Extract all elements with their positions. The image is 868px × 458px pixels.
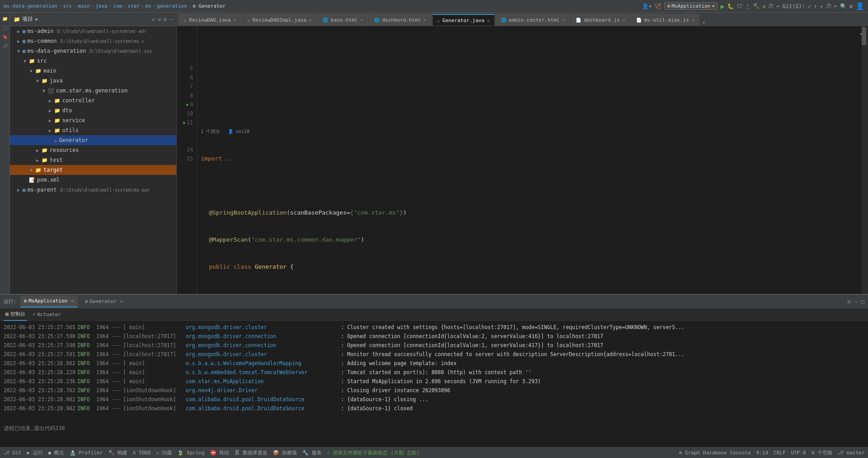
status-run[interactable]: ▶ 运行 [27, 449, 43, 456]
tree-item-controller[interactable]: ▶ 📁 controller [10, 96, 176, 105]
settings-icon[interactable]: ⚙ [850, 3, 853, 9]
status-breakpoint[interactable]: ● 断点 [48, 449, 64, 456]
tab-review-dao[interactable]: ☕ ReviewDAO.java ✕ [179, 14, 241, 26]
tree-item-resources[interactable]: ▶ 📁 resources [10, 145, 176, 155]
maximize-bottom-icon[interactable]: □ [861, 298, 864, 305]
console-output[interactable]: 2022-06-03 23:25:27.565 INFO 1964 --- [ … [0, 321, 868, 447]
breadcrumb-com[interactable]: com [113, 3, 122, 9]
git-update[interactable]: ↑ [814, 3, 817, 9]
status-terminate[interactable]: ⛔ 终结 [210, 449, 230, 456]
tab-review-dao-impl[interactable]: ☕ ReviewDAOImpl.java ✕ [242, 14, 317, 26]
code-editor[interactable]: 1 个用法 👤 uni10 import ... @SpringBootAppl… [197, 26, 862, 294]
more-tabs-icon[interactable]: ▾ [702, 19, 705, 26]
tree-item-ms-admin[interactable]: ▶ ▦ ms-admin D:\Study\6\web\mall-system\… [10, 26, 176, 36]
tree-item-main[interactable]: ▼ 📁 main [10, 66, 176, 76]
breadcrumb-main[interactable]: main [78, 3, 90, 9]
collapse-icon[interactable]: ≡ [157, 16, 161, 23]
tree-item-dto[interactable]: ▶ 📁 dto [10, 105, 176, 115]
status-spring[interactable]: 🍃 Spring [177, 450, 204, 456]
breadcrumb-ms[interactable]: ms [145, 3, 151, 9]
status-services[interactable]: 🔧 服务 [302, 449, 322, 456]
sidebar-vcs-icon[interactable]: ⎇ [1, 41, 9, 50]
user-avatar[interactable]: 👤 [855, 2, 864, 10]
tree-item-ms-common[interactable]: ▶ ▦ ms-common D:\Study\6\web\mall-system… [10, 36, 176, 46]
status-issues[interactable]: ⚠ 问题 [156, 449, 172, 456]
sidebar-project-icon[interactable]: 📁 [1, 14, 9, 23]
tree-item-package[interactable]: ▼ ⬛ com.star.ms.generation [10, 86, 176, 96]
breadcrumb-java[interactable]: java [95, 3, 107, 9]
tab-generator-run[interactable]: ⚙ Generator ✕ [81, 296, 127, 307]
profile-icon[interactable]: 👤▾ [642, 3, 652, 9]
tab-dashboard-js[interactable]: 📄 dashboard.js ✕ [571, 14, 630, 26]
close-ms-app[interactable]: ✕ [71, 298, 74, 304]
tab-admin-center[interactable]: 🌐 admin-center.html ✕ [496, 14, 570, 26]
tree-settings-icon[interactable]: ⚙ [164, 16, 167, 23]
search-icon[interactable]: 🔍 [840, 3, 847, 9]
build-button[interactable]: 🔨 [753, 3, 760, 9]
close-generator-java[interactable]: ✕ [487, 18, 490, 23]
tree-minimize-icon[interactable]: — [170, 16, 173, 23]
tab-ms-util-ajax[interactable]: 📄 ms-util-ajax.js ✕ [631, 14, 699, 26]
more-run-button[interactable]: ⋮ [745, 3, 750, 9]
tree-item-ms-parent[interactable]: ▶ ▦ ms-parent D:\Study\6\web\mall-system… [10, 185, 176, 195]
tree-item-test[interactable]: ▶ 📁 test [10, 155, 176, 165]
git-history[interactable]: ⏱ [826, 3, 831, 9]
breadcrumb-generation[interactable]: generation [157, 3, 187, 9]
close-generator-run[interactable]: ✕ [120, 298, 123, 304]
status-deps[interactable]: 📦 依赖项 [273, 449, 297, 456]
tree-item-target[interactable]: ▼ 📁 target [10, 165, 176, 175]
subtab-console[interactable]: ▤ 控制台 [4, 308, 27, 321]
run-gutter-icon-2[interactable]: ▶ [183, 118, 185, 127]
close-review-dao[interactable]: ✕ [234, 18, 236, 23]
tree-item-utils[interactable]: ▶ 📁 utils [10, 125, 176, 135]
status-indent[interactable]: 4 个空格 [811, 449, 832, 456]
status-line-col[interactable]: 9:14 [756, 450, 768, 456]
breadcrumb-star[interactable]: star [128, 3, 140, 9]
breadcrumb-src[interactable]: src [63, 3, 72, 9]
vcs-icon[interactable]: 🏹 [655, 3, 661, 9]
tree-item-pom[interactable]: 📝 pom.xml [10, 175, 176, 185]
minimize-bottom-icon[interactable]: — [854, 298, 858, 305]
status-profiler[interactable]: 🔬 Profiler [69, 450, 103, 456]
git-revert[interactable]: ↶ [834, 3, 837, 9]
sidebar-bookmark-icon[interactable]: 🔖 [1, 32, 9, 41]
status-crlf[interactable]: CRLF [774, 450, 786, 456]
tree-item-java[interactable]: ▼ 📁 java [10, 76, 176, 86]
undo-button[interactable]: ↶ [776, 3, 780, 9]
status-graph-db[interactable]: ≡ Graph Database Console [679, 450, 751, 456]
sync-button[interactable]: ↺ [762, 3, 766, 9]
subtab-actuator[interactable]: ⚡ Actuator [31, 308, 63, 321]
tree-item-src[interactable]: ▼ 📁 src [10, 56, 176, 66]
close-base-html[interactable]: ✕ [360, 18, 363, 23]
close-ms-util-ajax[interactable]: ✕ [692, 18, 694, 23]
editor-scrollbar[interactable] [862, 26, 868, 294]
close-dashboard-js[interactable]: ✕ [623, 18, 625, 23]
coverage-button[interactable]: 🛡 [737, 3, 742, 9]
run-button[interactable]: ▶ [720, 3, 724, 10]
status-encoding[interactable]: UTF-8 [791, 450, 806, 456]
close-admin-center[interactable]: ✕ [562, 18, 565, 23]
debug-button[interactable]: 🐛 [727, 3, 734, 9]
run-gutter-icon[interactable]: ▶ [186, 100, 189, 109]
status-todo[interactable]: ≡ TODO [133, 450, 151, 456]
status-vcs-branch[interactable]: ⎇ master [838, 450, 864, 456]
tab-generator-java[interactable]: ☕ Generator.java ✕ [432, 14, 495, 26]
status-db[interactable]: 🗄 数据库更改 [235, 449, 268, 456]
tree-item-generator[interactable]: ☕ Generator [10, 135, 176, 145]
sidebar-structure-icon[interactable]: ⬛ [1, 23, 9, 32]
history-button[interactable]: ⏱ [768, 3, 774, 9]
run-config[interactable]: ⚙ MsApplication ▾ [664, 2, 718, 10]
tab-base-html[interactable]: 🌐 base.html ✕ [318, 14, 368, 26]
tab-ms-application[interactable]: ⚙ MsApplication ✕ [20, 296, 78, 307]
status-git-icon[interactable]: ⎇ Git [4, 450, 22, 456]
breadcrumb-module[interactable]: ms-data-generation [4, 3, 57, 9]
close-dashbord-html[interactable]: ✕ [424, 18, 426, 23]
settings-bottom-icon[interactable]: ⚙ [847, 298, 850, 305]
status-build[interactable]: 🔨 构建 [108, 449, 128, 456]
tree-item-service[interactable]: ▶ 📁 service [10, 115, 176, 125]
git-push[interactable]: ↗ [820, 3, 823, 9]
tab-dashbord-html[interactable]: 🌐 dashbord.html ✕ [369, 14, 431, 26]
sync-tree-icon[interactable]: ⇄ [152, 16, 155, 23]
tree-item-ms-data-generation[interactable]: ▼ ▦ ms-data-generation D:\Study\6\web\ma… [10, 46, 176, 56]
close-review-dao-impl[interactable]: ✕ [309, 18, 312, 23]
